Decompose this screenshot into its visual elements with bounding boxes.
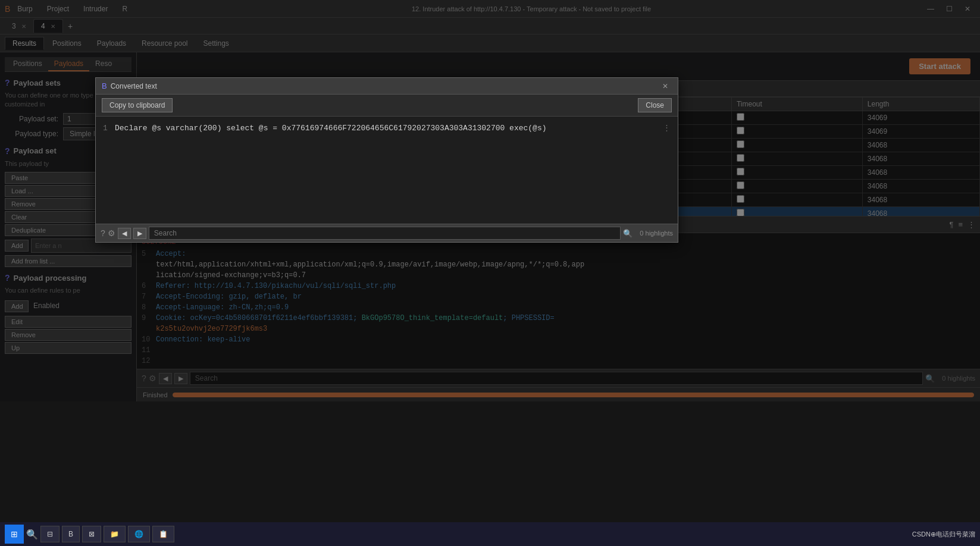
- modal-search-next[interactable]: ▶: [133, 228, 146, 239]
- modal-code-content: Declare @s varchar(200) select @s = 0x77…: [115, 123, 663, 158]
- modal-title-text: Converted text: [111, 82, 655, 90]
- modal-empty-area: [96, 164, 678, 224]
- modal-title-bar: B Converted text ✕: [96, 78, 678, 95]
- modal-toolbar: Copy to clipboard Close: [96, 95, 678, 117]
- modal-close-btn[interactable]: Close: [638, 98, 672, 112]
- copy-to-clipboard-btn[interactable]: Copy to clipboard: [102, 98, 173, 112]
- modal-search-bar: ? ⚙ ◀ ▶ 🔍 0 highlights: [96, 224, 678, 242]
- converted-text-modal: B Converted text ✕ Copy to clipboard Clo…: [95, 77, 678, 243]
- modal-overlay: B Converted text ✕ Copy to clipboard Clo…: [0, 0, 980, 401]
- modal-code: 1 Declare @s varchar(200) select @s = 0x…: [96, 117, 678, 164]
- modal-search-icon: 🔍: [623, 229, 633, 238]
- modal-search-prev[interactable]: ◀: [118, 228, 131, 239]
- modal-more-icon[interactable]: ⋮: [663, 123, 671, 158]
- modal-highlights: 0 highlights: [640, 230, 673, 237]
- modal-help-icon[interactable]: ?: [101, 228, 105, 238]
- modal-burp-icon: B: [102, 81, 107, 90]
- modal-line-num: 1: [103, 123, 115, 158]
- modal-close-x[interactable]: ✕: [659, 81, 672, 92]
- modal-search-input[interactable]: [149, 227, 621, 240]
- modal-settings-icon[interactable]: ⚙: [108, 228, 115, 238]
